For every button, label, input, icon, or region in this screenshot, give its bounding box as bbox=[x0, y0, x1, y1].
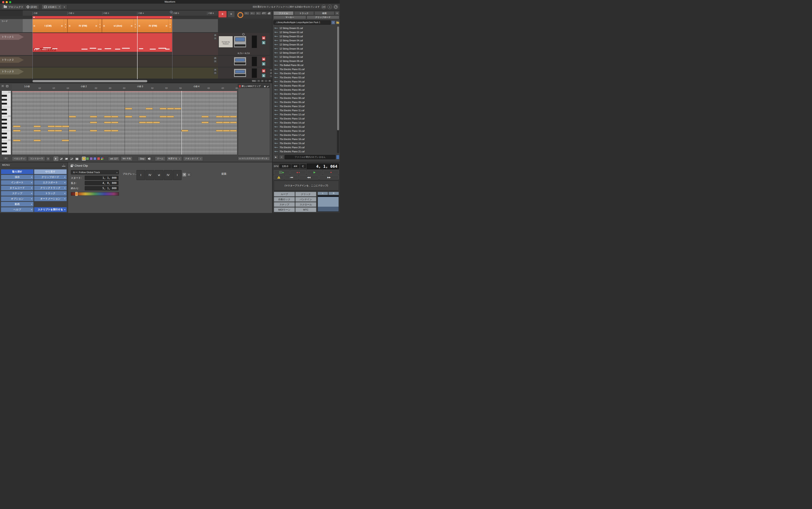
midi-note[interactable] bbox=[34, 130, 41, 132]
piano-key-black[interactable] bbox=[2, 127, 7, 128]
midi-note[interactable] bbox=[139, 122, 146, 123]
file-list-item[interactable]: 70s Electric Piano 09.caf bbox=[273, 100, 337, 104]
plugin-rack-device[interactable] bbox=[252, 68, 257, 78]
midi-note[interactable] bbox=[201, 116, 209, 117]
step-button[interactable]: Step bbox=[138, 157, 146, 161]
midi-note[interactable] bbox=[167, 116, 174, 117]
tab-edit-1[interactable]: d Edit 1 × bbox=[41, 4, 63, 9]
transport-option-button[interactable]: 自動ロック bbox=[274, 197, 295, 202]
mute-button[interactable]: M bbox=[262, 36, 266, 40]
file-list-item[interactable]: 70s Electric Piano 11.caf bbox=[273, 108, 337, 112]
midi-note[interactable] bbox=[55, 126, 62, 127]
menu-button[interactable]: エクスポート▸ bbox=[34, 180, 67, 185]
paint-tool-icon[interactable] bbox=[75, 157, 79, 161]
file-list-item[interactable]: 70s Electric Piano 08.caf bbox=[273, 96, 337, 100]
scrollbar-thumb[interactable] bbox=[337, 26, 339, 130]
cpu-badge[interactable]: 100 bbox=[321, 5, 326, 9]
file-list-item[interactable]: 70s Ballad Piano 06.caf bbox=[273, 63, 337, 67]
chart-small-button[interactable] bbox=[261, 12, 267, 15]
progression-chord-button[interactable]: I bbox=[136, 170, 145, 180]
file-list-item[interactable]: 12 String Dream 03.caf bbox=[273, 34, 337, 38]
master-plugin-drop-area[interactable]: (マスタープラグインを、ここにドロップ) bbox=[274, 181, 339, 191]
midi-note[interactable] bbox=[160, 108, 166, 109]
file-list-item[interactable]: 70s Electric Piano 07.caf bbox=[273, 92, 337, 96]
midi-note[interactable] bbox=[111, 116, 118, 117]
note-grid[interactable] bbox=[12, 91, 237, 155]
midi-note[interactable] bbox=[104, 130, 111, 132]
piano-key-black[interactable] bbox=[2, 150, 7, 152]
key-value[interactable]: C bbox=[300, 164, 306, 168]
clip-color-marker[interactable] bbox=[75, 192, 77, 196]
midi-note[interactable] bbox=[13, 126, 21, 127]
menu-button[interactable]: オートメーション▸ bbox=[34, 196, 67, 201]
color-swatch[interactable] bbox=[82, 157, 85, 160]
c-small-button[interactable]: C... bbox=[256, 12, 261, 15]
file-list-item[interactable]: 12 String Dream 04.caf bbox=[273, 38, 337, 42]
chord-updown-control[interactable]: ∧∨ bbox=[168, 19, 172, 32]
plugin-europa[interactable]: Europa by Reason bbox=[219, 36, 233, 47]
lock-icon[interactable] bbox=[71, 165, 73, 167]
transport-option-button[interactable]: MIDIラーン bbox=[274, 207, 295, 212]
track-name[interactable]: トラック 1 bbox=[2, 35, 13, 38]
chord-block[interactable]: «IV (FM)»∧∨ bbox=[137, 19, 172, 32]
file-list-item[interactable]: 70s Electric Piano 14.caf bbox=[273, 121, 337, 125]
track-name[interactable]: トラック 2 bbox=[2, 58, 13, 62]
chase-small-button[interactable]: チ... bbox=[250, 12, 255, 15]
chord-down-icon[interactable]: ∨ bbox=[99, 26, 101, 28]
plugin-rack-device[interactable] bbox=[252, 57, 257, 66]
scrollbar-thumb[interactable] bbox=[32, 80, 147, 82]
file-list-item[interactable]: 70s Electric Piano 04.caf bbox=[273, 79, 337, 83]
track-lane[interactable] bbox=[32, 56, 218, 67]
midi-note[interactable] bbox=[55, 130, 62, 132]
browser-subtab[interactable]: クリップボード bbox=[307, 15, 339, 19]
file-list-item[interactable]: 70s Electric Piano 12.caf bbox=[273, 112, 337, 116]
midi-note[interactable] bbox=[69, 130, 76, 132]
list-options-button[interactable]: ≡ bbox=[279, 155, 284, 159]
file-list-item[interactable]: 12 String Dream 09.caf bbox=[273, 59, 337, 63]
chord-down-icon[interactable]: ∨ bbox=[135, 26, 136, 28]
midi-note[interactable] bbox=[146, 108, 153, 109]
progression-chord-button[interactable]: I bbox=[173, 170, 182, 180]
transpose-button[interactable]: 転置する▸ bbox=[166, 156, 182, 161]
color-swatch-multi[interactable] bbox=[101, 157, 104, 160]
loop-end-icon[interactable]: ▶ bbox=[170, 16, 171, 18]
piano-key-black[interactable] bbox=[2, 99, 7, 101]
midi-note[interactable] bbox=[223, 130, 230, 132]
piano-key-black[interactable] bbox=[2, 119, 7, 121]
preview-play-button[interactable]: ▶ bbox=[273, 155, 278, 159]
menu-button[interactable]: スクリプトを実行する▸ bbox=[34, 207, 67, 212]
preview-volume-block[interactable] bbox=[336, 155, 339, 159]
play-button[interactable]: ▶ bbox=[307, 170, 322, 174]
projects-button[interactable]: プロジェクト bbox=[1, 4, 26, 9]
midi-note[interactable] bbox=[111, 122, 118, 123]
color-swatch[interactable] bbox=[90, 157, 93, 160]
file-list-item[interactable]: 70s Electric Piano 16.caf bbox=[273, 129, 337, 133]
midi-note[interactable] bbox=[13, 130, 21, 132]
midi-note[interactable] bbox=[216, 130, 223, 132]
file-list-item[interactable]: 12 String Dream 06.caf bbox=[273, 46, 337, 50]
progression-chord-button[interactable]: IV bbox=[164, 170, 173, 180]
color-swatch[interactable] bbox=[97, 157, 100, 160]
zoom-mini-button[interactable]: Z bbox=[261, 80, 264, 82]
file-list-item[interactable]: 70s Electric Piano 02.caf bbox=[273, 71, 337, 75]
track-header[interactable]: トラック 3 bbox=[0, 68, 32, 79]
chord-shift-right-icon[interactable]: » bbox=[165, 24, 168, 28]
track-header[interactable]: トラック 2 bbox=[0, 56, 32, 67]
chord-shift-right-icon[interactable]: » bbox=[94, 24, 98, 28]
midi-note[interactable] bbox=[62, 126, 69, 127]
horizontal-scrollbar[interactable] bbox=[0, 79, 272, 83]
plugin-rack-device[interactable] bbox=[252, 35, 257, 48]
chord-track-lane[interactable]: «I (CM)»∧∨«IV (FM)»∧∨«vi (Am)»∧∨«IV (FM)… bbox=[32, 19, 172, 32]
file-list-item[interactable]: 70s Electric Piano 21.caf bbox=[273, 149, 337, 154]
file-list-item[interactable]: 12 String Dream 01.caf bbox=[273, 26, 337, 30]
browser-tab[interactable]: ファイル bbox=[273, 11, 293, 15]
rewind-button[interactable]: ◀◀ bbox=[299, 175, 319, 179]
record-button[interactable]: ● bbox=[323, 170, 339, 174]
file-list-item[interactable]: 70s Electric Piano 05.caf bbox=[273, 83, 337, 88]
track-lane[interactable] bbox=[32, 68, 218, 79]
midi-note[interactable] bbox=[125, 116, 132, 117]
piano-roll-playhead[interactable] bbox=[181, 91, 182, 155]
piano-key-black[interactable] bbox=[2, 103, 7, 104]
settings-button[interactable]: [設定] bbox=[24, 4, 39, 9]
eraser-tool-icon[interactable] bbox=[64, 157, 68, 161]
